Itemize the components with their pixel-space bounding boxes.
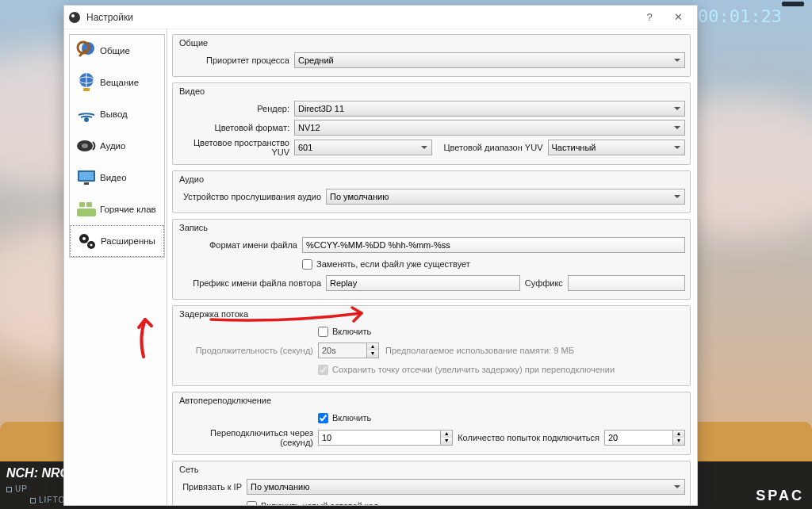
settings-window: Настройки ? ✕ Общие Вещание Вывод Аудио xyxy=(63,5,698,506)
svg-point-7 xyxy=(82,144,88,148)
monitor-icon xyxy=(73,164,100,191)
checkbox-new-network-code[interactable]: Включить новый сетевой код xyxy=(247,501,378,506)
checkbox-reconnect-enable-input[interactable] xyxy=(318,413,328,423)
nav-audio[interactable]: Аудио xyxy=(70,130,164,162)
gears-icon xyxy=(74,228,101,254)
group-network: Сеть Привязать к IP По умолчанию Включит… xyxy=(172,461,691,505)
input-delay-duration[interactable] xyxy=(318,343,367,358)
spin-down-icon[interactable]: ▼ xyxy=(441,438,452,445)
svg-rect-9 xyxy=(79,172,94,180)
nav-hotkeys[interactable]: Горячие клав xyxy=(70,193,164,225)
spin-up-icon[interactable]: ▲ xyxy=(673,431,684,438)
spinner-retry-delay[interactable]: ▲▼ xyxy=(318,430,453,446)
nav-general[interactable]: Общие xyxy=(70,35,164,67)
group-video: Видео Рендер: Direct3D 11 Цветовой форма… xyxy=(172,82,691,165)
spin-up-icon[interactable]: ▲ xyxy=(441,431,452,438)
group-audio: Аудио Устройство прослушивания аудио По … xyxy=(172,170,691,213)
overlay-mission-label: NCH: NRO xyxy=(6,466,70,480)
label-yuv-space: Цветовое пространство YUV xyxy=(179,138,294,157)
checkbox-delay-enable[interactable]: Включить xyxy=(318,327,371,337)
label-bind-ip: Привязать к IP xyxy=(179,482,247,492)
speaker-icon xyxy=(73,132,100,159)
nav-advanced[interactable]: Расширенны xyxy=(70,225,164,257)
select-process-priority[interactable]: Средний xyxy=(294,52,685,68)
svg-point-16 xyxy=(82,237,86,240)
group-general: Общие Приоритет процесса Средний xyxy=(172,34,691,77)
label-delay-duration: Продолжительность (секунд) xyxy=(179,346,318,355)
keyboard-icon xyxy=(73,196,100,223)
checkbox-reconnect-enable[interactable]: Включить xyxy=(318,413,371,423)
label-delay-memory: Предполагаемое использование памяти: 9 М… xyxy=(385,346,574,355)
svg-point-5 xyxy=(84,117,89,122)
svg-rect-12 xyxy=(79,202,85,207)
select-color-format[interactable]: NV12 xyxy=(294,120,685,136)
spinner-delay-duration[interactable]: ▲▼ xyxy=(318,343,379,358)
input-filename-format[interactable] xyxy=(302,237,685,253)
label-renderer: Рендер: xyxy=(179,104,294,113)
checkbox-new-network-code-input[interactable] xyxy=(247,501,257,506)
overlay-timer: 00:01:23 xyxy=(782,2,804,6)
label-filename-format: Формат имени файла xyxy=(179,240,302,250)
svg-rect-4 xyxy=(83,88,90,91)
checkbox-overwrite[interactable]: Заменять, если файл уже существует xyxy=(302,259,470,270)
label-yuv-range: Цветовой диапазон YUV xyxy=(437,143,548,152)
label-color-format: Цветовой формат: xyxy=(179,123,294,132)
svg-rect-11 xyxy=(77,209,96,216)
spin-down-icon[interactable]: ▼ xyxy=(367,350,378,358)
input-replay-prefix[interactable] xyxy=(326,275,520,291)
app-icon xyxy=(69,12,80,23)
overlay-step-2: LIFTO xyxy=(30,496,65,504)
help-button[interactable]: ? xyxy=(635,6,664,29)
nav-output[interactable]: Вывод xyxy=(70,98,164,130)
overlay-step-1: UP xyxy=(6,484,28,493)
checkbox-preserve-cutoff-input xyxy=(318,365,328,375)
nav-video[interactable]: Видео xyxy=(70,162,164,193)
input-max-retries[interactable] xyxy=(604,430,673,446)
overlay-brand: SPAC xyxy=(756,488,804,504)
label-max-retries: Количество попыток подключиться xyxy=(453,433,604,442)
input-replay-suffix[interactable] xyxy=(568,275,685,291)
label-replay-suffix: Суффикс xyxy=(520,278,568,288)
group-recording: Запись Формат имени файла Заменять, если… xyxy=(172,219,691,300)
checkbox-delay-enable-input[interactable] xyxy=(318,327,328,337)
svg-rect-10 xyxy=(84,182,89,185)
spinner-max-retries[interactable]: ▲▼ xyxy=(604,430,685,446)
settings-nav: Общие Вещание Вывод Аудио Видео Горячие … xyxy=(64,29,167,505)
titlebar: Настройки ? ✕ xyxy=(64,6,697,29)
label-replay-prefix: Префикс имени файла повтора xyxy=(179,278,326,288)
globe-icon xyxy=(73,69,100,96)
label-process-priority: Приоритет процесса xyxy=(179,55,294,65)
wifi-icon xyxy=(73,101,100,128)
window-title: Настройки xyxy=(86,12,133,23)
group-reconnect: Автопереподключение Включить Переподключ… xyxy=(172,392,691,455)
group-stream-delay: Задержка потока Включить Продолжительнос… xyxy=(172,305,691,386)
nav-stream[interactable]: Вещание xyxy=(70,67,164,98)
gear-globe-icon xyxy=(73,37,100,64)
settings-content: Общие Приоритет процесса Средний Видео Р… xyxy=(167,29,697,505)
select-monitor-device[interactable]: По умолчанию xyxy=(326,189,685,205)
input-retry-delay[interactable] xyxy=(318,430,441,446)
checkbox-preserve-cutoff: Сохранить точку отсечки (увеличить задер… xyxy=(318,365,615,375)
close-button[interactable]: ✕ xyxy=(664,6,692,29)
select-yuv-space[interactable]: 601 xyxy=(294,140,432,155)
svg-rect-13 xyxy=(86,202,92,207)
spin-up-icon[interactable]: ▲ xyxy=(367,343,378,350)
select-yuv-range[interactable]: Частичный xyxy=(548,140,686,155)
checkbox-overwrite-input[interactable] xyxy=(302,259,312,270)
select-bind-ip[interactable]: По умолчанию xyxy=(247,479,685,495)
label-retry-delay: Переподключиться через (секунд) xyxy=(179,428,318,447)
label-monitor-device: Устройство прослушивания аудио xyxy=(179,192,326,201)
select-renderer[interactable]: Direct3D 11 xyxy=(294,101,685,117)
spin-down-icon[interactable]: ▼ xyxy=(673,438,684,445)
svg-point-17 xyxy=(90,243,92,246)
